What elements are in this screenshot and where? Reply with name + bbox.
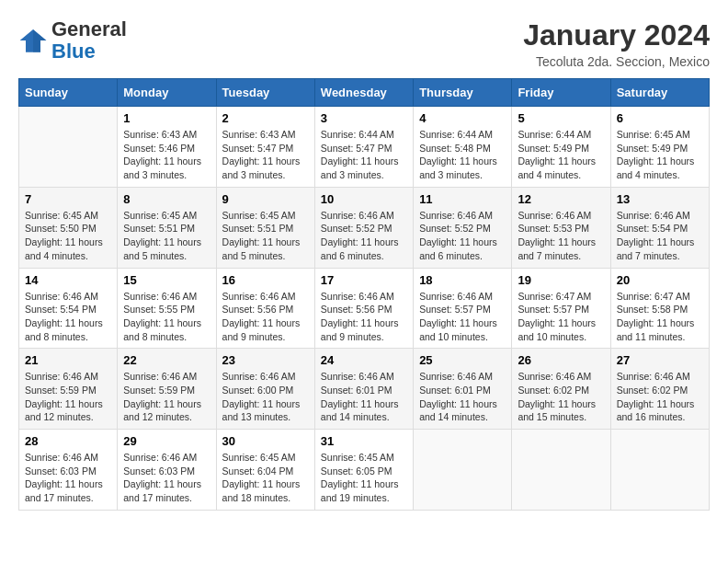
calendar-cell (19, 107, 118, 188)
cell-content: and 16 minutes. (617, 410, 703, 424)
cell-content: and 7 minutes. (518, 249, 604, 263)
cell-content: Daylight: 11 hours (123, 316, 210, 330)
day-number: 2 (222, 111, 309, 125)
day-number: 9 (222, 192, 309, 206)
cell-content: and 14 minutes. (419, 410, 506, 424)
cell-content: Daylight: 11 hours (419, 397, 506, 411)
cell-content: Daylight: 11 hours (222, 316, 309, 330)
cell-content: and 5 minutes. (123, 249, 210, 263)
cell-content: Sunset: 5:49 PM (518, 142, 604, 155)
day-number: 19 (518, 273, 604, 287)
calendar-cell: 28Sunrise: 6:46 AMSunset: 6:03 PMDayligh… (19, 430, 118, 511)
calendar-cell: 27Sunrise: 6:46 AMSunset: 6:02 PMDayligh… (610, 349, 709, 430)
day-number: 14 (25, 273, 111, 287)
cell-content: Sunrise: 6:44 AM (419, 128, 506, 142)
day-number: 1 (123, 111, 210, 125)
week-row-1: 1Sunrise: 6:43 AMSunset: 5:46 PMDaylight… (19, 107, 710, 188)
calendar-cell: 2Sunrise: 6:43 AMSunset: 5:47 PMDaylight… (216, 107, 314, 188)
cell-content: and 12 minutes. (123, 410, 210, 424)
weekday-header-row: SundayMondayTuesdayWednesdayThursdayFrid… (19, 79, 710, 107)
cell-content: Sunset: 6:03 PM (25, 465, 111, 478)
cell-content: Sunrise: 6:46 AM (419, 290, 506, 304)
cell-content: Sunset: 5:56 PM (321, 303, 407, 316)
cell-content: Daylight: 11 hours (123, 236, 210, 249)
cell-content: Daylight: 11 hours (321, 397, 407, 411)
cell-content: Sunrise: 6:46 AM (419, 209, 506, 223)
subtitle: Tecoluta 2da. Seccion, Mexico (523, 54, 710, 69)
calendar-cell: 19Sunrise: 6:47 AMSunset: 5:57 PMDayligh… (512, 268, 610, 349)
cell-content: Sunset: 6:02 PM (617, 384, 703, 397)
cell-content: Sunrise: 6:45 AM (321, 451, 407, 465)
calendar-cell: 5Sunrise: 6:44 AMSunset: 5:49 PMDaylight… (512, 107, 610, 188)
cell-content: Sunrise: 6:45 AM (123, 209, 210, 223)
cell-content: Sunrise: 6:46 AM (25, 370, 111, 384)
day-number: 29 (123, 434, 210, 448)
cell-content: Sunset: 5:47 PM (321, 142, 407, 155)
calendar-cell: 13Sunrise: 6:46 AMSunset: 5:54 PMDayligh… (610, 187, 709, 268)
day-number: 30 (222, 434, 309, 448)
cell-content: Sunset: 5:55 PM (123, 303, 210, 316)
cell-content: and 8 minutes. (25, 330, 111, 344)
week-row-3: 14Sunrise: 6:46 AMSunset: 5:54 PMDayligh… (19, 268, 710, 349)
day-number: 31 (321, 434, 407, 448)
cell-content: and 4 minutes. (617, 168, 703, 182)
cell-content: Sunset: 6:04 PM (222, 465, 309, 478)
day-number: 24 (321, 353, 407, 367)
calendar-cell: 3Sunrise: 6:44 AMSunset: 5:47 PMDaylight… (314, 107, 413, 188)
cell-content: Sunset: 5:49 PM (617, 142, 703, 155)
cell-content: Daylight: 11 hours (518, 155, 604, 168)
weekday-header-monday: Monday (118, 79, 216, 107)
day-number: 4 (419, 111, 506, 125)
week-row-4: 21Sunrise: 6:46 AMSunset: 5:59 PMDayligh… (19, 349, 710, 430)
calendar-cell (414, 430, 512, 511)
cell-content: and 9 minutes. (321, 330, 407, 344)
cell-content: Daylight: 11 hours (419, 236, 506, 249)
day-number: 11 (419, 192, 506, 206)
cell-content: and 18 minutes. (222, 491, 309, 505)
day-number: 8 (123, 192, 210, 206)
calendar-cell: 12Sunrise: 6:46 AMSunset: 5:53 PMDayligh… (512, 187, 610, 268)
cell-content: Sunrise: 6:46 AM (123, 290, 210, 304)
calendar-cell: 8Sunrise: 6:45 AMSunset: 5:51 PMDaylight… (118, 187, 216, 268)
cell-content: and 5 minutes. (222, 249, 309, 263)
cell-content: Sunrise: 6:46 AM (321, 370, 407, 384)
day-number: 21 (25, 353, 111, 367)
cell-content: Sunrise: 6:46 AM (321, 209, 407, 223)
main-title: January 2024 (523, 18, 710, 52)
calendar-cell: 16Sunrise: 6:46 AMSunset: 5:56 PMDayligh… (216, 268, 314, 349)
cell-content: Daylight: 11 hours (321, 236, 407, 249)
logo-text: General Blue (51, 18, 127, 63)
calendar-cell: 7Sunrise: 6:45 AMSunset: 5:50 PMDaylight… (19, 187, 118, 268)
cell-content: Daylight: 11 hours (25, 236, 111, 249)
calendar-cell: 20Sunrise: 6:47 AMSunset: 5:58 PMDayligh… (610, 268, 709, 349)
cell-content: Sunset: 5:54 PM (25, 303, 111, 316)
cell-content: Sunrise: 6:46 AM (222, 370, 309, 384)
cell-content: Daylight: 11 hours (617, 236, 703, 249)
cell-content: Daylight: 11 hours (321, 155, 407, 168)
day-number: 13 (617, 192, 703, 206)
cell-content: Daylight: 11 hours (617, 397, 703, 411)
cell-content: Sunrise: 6:45 AM (617, 128, 703, 142)
calendar-cell: 11Sunrise: 6:46 AMSunset: 5:52 PMDayligh… (414, 187, 512, 268)
cell-content: Sunrise: 6:47 AM (518, 290, 604, 304)
cell-content: Daylight: 11 hours (321, 477, 407, 491)
calendar-cell: 29Sunrise: 6:46 AMSunset: 6:03 PMDayligh… (118, 430, 216, 511)
cell-content: and 10 minutes. (419, 330, 506, 344)
cell-content: and 8 minutes. (123, 330, 210, 344)
calendar-cell: 4Sunrise: 6:44 AMSunset: 5:48 PMDaylight… (414, 107, 512, 188)
cell-content: Sunrise: 6:46 AM (25, 290, 111, 304)
calendar-cell: 17Sunrise: 6:46 AMSunset: 5:56 PMDayligh… (314, 268, 413, 349)
weekday-header-sunday: Sunday (19, 79, 118, 107)
cell-content: Sunrise: 6:46 AM (25, 451, 111, 465)
cell-content: Sunset: 6:00 PM (222, 384, 309, 397)
logo: General Blue (18, 18, 127, 63)
cell-content: Sunset: 5:57 PM (419, 303, 506, 316)
day-number: 22 (123, 353, 210, 367)
day-number: 20 (617, 273, 703, 287)
cell-content: Sunrise: 6:46 AM (222, 290, 309, 304)
calendar-cell: 10Sunrise: 6:46 AMSunset: 5:52 PMDayligh… (314, 187, 413, 268)
cell-content: Sunrise: 6:46 AM (617, 370, 703, 384)
cell-content: and 12 minutes. (25, 410, 111, 424)
cell-content: Sunset: 5:58 PM (617, 303, 703, 316)
logo-blue: Blue (51, 40, 96, 63)
